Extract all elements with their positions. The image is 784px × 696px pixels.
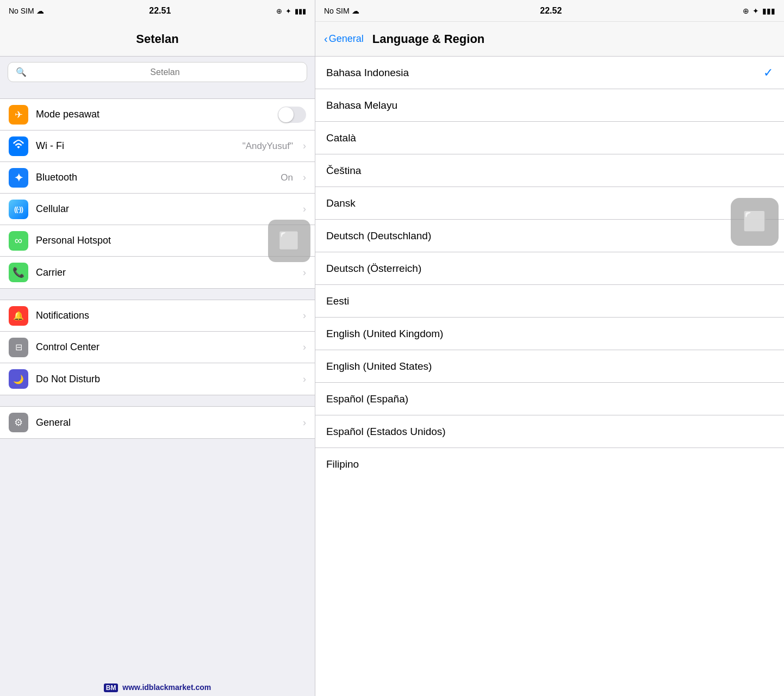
right-panel: No SIM ☁ 22.52 ⊕ ✦ ▮▮▮ ‹ General Languag… <box>315 0 784 696</box>
lang-name-catala: Català <box>326 132 356 144</box>
lang-item-filipino[interactable]: Filipino <box>315 448 784 481</box>
airplane-label: Mode pesawat <box>36 109 270 120</box>
lang-item-eesti[interactable]: Eesti <box>315 285 784 318</box>
settings-item-wifi[interactable]: Wi - Fi "AndyYusuf" › <box>0 130 315 162</box>
search-bar[interactable]: 🔍 <box>8 62 307 82</box>
carrier-icon: 📞 <box>13 266 24 278</box>
cellular-chevron: › <box>303 203 306 215</box>
controlcenter-label: Control Center <box>36 341 295 353</box>
carrier-label: Carrier <box>36 267 295 278</box>
lang-name-espanol-es: Español (España) <box>326 393 408 405</box>
location-icon: ⊕ <box>276 7 282 15</box>
settings-item-general[interactable]: ⚙ General › <box>0 407 315 438</box>
lang-item-dansk[interactable]: Dansk <box>315 187 784 220</box>
camera-overlay-left: ⬜ <box>268 220 310 262</box>
settings-item-notifications[interactable]: 🔔 Notifications › <box>0 300 315 332</box>
lang-item-espanol-us[interactable]: Español (Estados Unidos) <box>315 415 784 448</box>
left-status-time: 22.51 <box>149 6 171 16</box>
settings-item-donotdisturb[interactable]: 🌙 Do Not Disturb › <box>0 363 315 395</box>
lang-check-bahasa-indonesia: ✓ <box>763 66 773 80</box>
wifi-chevron: › <box>303 140 306 152</box>
controlcenter-chevron: › <box>303 341 306 353</box>
lang-item-espanol-es[interactable]: Español (España) <box>315 383 784 415</box>
lang-item-english-us[interactable]: English (United States) <box>315 350 784 383</box>
hotspot-icon-box: ∞ <box>9 231 28 251</box>
lang-name-bahasa-melayu: Bahasa Melayu <box>326 100 397 111</box>
lang-name-filipino: Filipino <box>326 458 359 470</box>
settings-item-airplane[interactable]: ✈ Mode pesawat <box>0 99 315 130</box>
lang-name-deutsch-de: Deutsch (Deutschland) <box>326 230 431 242</box>
lang-name-english-us: English (United States) <box>326 361 432 372</box>
right-bluetooth-icon: ✦ <box>752 7 759 15</box>
lang-name-dansk: Dansk <box>326 197 356 209</box>
watermark: BM www.idblackmarket.com <box>0 679 315 696</box>
airplane-icon: ✈ <box>15 109 23 121</box>
carrier-icon-box: 📞 <box>9 263 28 282</box>
bluetooth-chevron: › <box>303 172 306 183</box>
back-button[interactable]: ‹ General <box>324 33 364 45</box>
general-label: General <box>36 417 295 428</box>
left-panel: No SIM ☁ 22.51 ⊕ ✦ ▮▮▮ Setelan 🔍 ✈ Mode … <box>0 0 315 696</box>
battery-icon: ▮▮▮ <box>295 7 306 15</box>
left-title: Setelan <box>136 32 178 46</box>
wifi-icon-box <box>9 136 28 156</box>
cellular-icon: ((·)) <box>14 205 23 213</box>
lang-item-cestina[interactable]: Čeština <box>315 154 784 187</box>
left-spacer <box>0 439 315 679</box>
settings-item-controlcenter[interactable]: ⊟ Control Center › <box>0 332 315 363</box>
left-status-right: ⊕ ✦ ▮▮▮ <box>276 7 306 15</box>
bluetooth-icon: ✦ <box>14 171 23 184</box>
cellular-icon-box: ((·)) <box>9 200 28 219</box>
back-label: General <box>329 33 364 45</box>
donotdisturb-icon: 🌙 <box>13 374 24 384</box>
watermark-text: www.idblackmarket.com <box>122 683 211 692</box>
wifi-value: "AndyYusuf" <box>242 141 293 152</box>
general-icon-box: ⚙ <box>9 413 28 432</box>
left-status-bar: No SIM ☁ 22.51 ⊕ ✦ ▮▮▮ <box>0 0 315 22</box>
lang-name-eesti: Eesti <box>326 295 349 307</box>
lang-item-catala[interactable]: Català <box>315 122 784 154</box>
camera-icon-left: ⬜ <box>278 231 300 251</box>
camera-overlay-right: ⬜ <box>731 198 779 246</box>
section-divider-1 <box>0 88 315 98</box>
section-divider-3 <box>0 395 315 406</box>
settings-item-hotspot[interactable]: ∞ Personal Hotspot ⬜ <box>0 225 315 257</box>
language-list: ⬜ Bahasa Indonesia ✓ Bahasa Melayu Catal… <box>315 57 784 696</box>
right-status-right: ⊕ ✦ ▮▮▮ <box>743 7 775 15</box>
watermark-logo: BM <box>104 683 119 692</box>
connectivity-section: ✈ Mode pesawat Wi - Fi "AndyYusuf" › <box>0 98 315 289</box>
search-input[interactable] <box>31 67 299 77</box>
lang-item-bahasa-melayu[interactable]: Bahasa Melayu <box>315 89 784 122</box>
notifications-icon-box: 🔔 <box>9 306 28 326</box>
settings-item-cellular[interactable]: ((·)) Cellular › <box>0 194 315 225</box>
cellular-label: Cellular <box>36 203 295 215</box>
donotdisturb-chevron: › <box>303 374 306 385</box>
lang-name-deutsch-at: Deutsch (Österreich) <box>326 263 421 275</box>
settings-item-bluetooth[interactable]: ✦ Bluetooth On › <box>0 162 315 194</box>
bluetooth-label: Bluetooth <box>36 172 273 183</box>
no-sim-label: No SIM ☁ <box>9 7 44 15</box>
general-section: ⚙ General › <box>0 406 315 439</box>
airplane-icon-box: ✈ <box>9 105 28 125</box>
wifi-icon <box>13 139 24 153</box>
right-nav-header: ‹ General Language & Region <box>315 22 784 57</box>
lang-item-english-uk[interactable]: English (United Kingdom) <box>315 318 784 350</box>
hotspot-icon: ∞ <box>15 234 22 247</box>
right-status-bar: No SIM ☁ 22.52 ⊕ ✦ ▮▮▮ <box>315 0 784 22</box>
camera-icon-right: ⬜ <box>743 210 767 233</box>
settings-item-carrier[interactable]: 📞 Carrier › <box>0 257 315 288</box>
general-chevron: › <box>303 417 306 428</box>
search-container: 🔍 <box>0 57 315 88</box>
lang-item-deutsch-de[interactable]: Deutsch (Deutschland) <box>315 220 784 252</box>
right-status-left: No SIM ☁ <box>324 7 359 15</box>
notifications-label: Notifications <box>36 310 295 321</box>
donotdisturb-label: Do Not Disturb <box>36 374 295 385</box>
lang-item-deutsch-at[interactable]: Deutsch (Österreich) <box>315 252 784 285</box>
lang-name-bahasa-indonesia: Bahasa Indonesia <box>326 67 409 79</box>
bluetooth-value: On <box>281 172 293 183</box>
notifications-chevron: › <box>303 310 306 321</box>
airplane-toggle[interactable] <box>278 107 306 123</box>
lang-item-bahasa-indonesia[interactable]: Bahasa Indonesia ✓ <box>315 57 784 89</box>
bluetooth-icon-box: ✦ <box>9 168 28 188</box>
section-divider-2 <box>0 289 315 300</box>
